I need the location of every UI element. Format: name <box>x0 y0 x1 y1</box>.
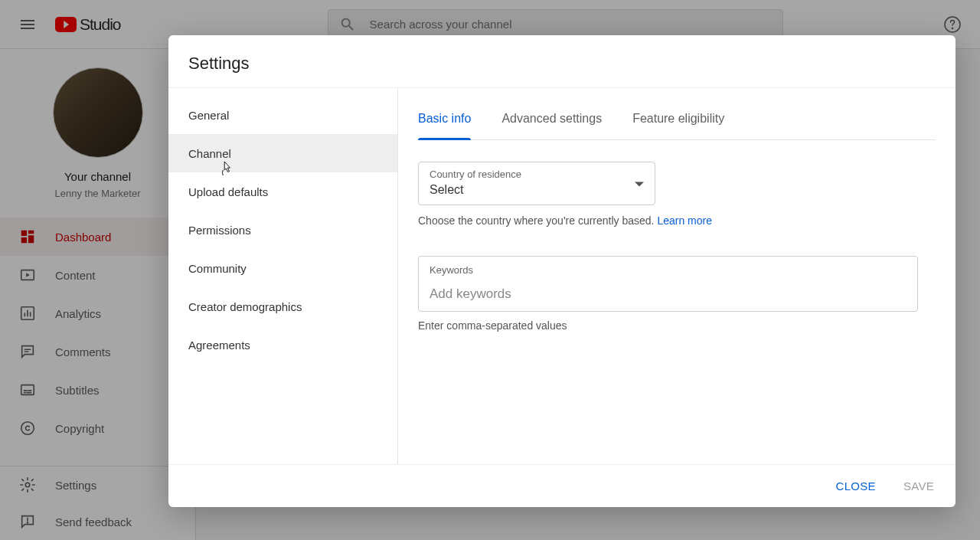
country-helper-text: Choose the country where you're currentl… <box>418 214 657 227</box>
country-helper: Choose the country where you're currentl… <box>418 214 936 227</box>
modal-body: General Channel Upload defaults Permissi… <box>168 88 956 464</box>
settings-channel[interactable]: Channel <box>168 134 397 172</box>
modal-footer: CLOSE SAVE <box>168 464 956 507</box>
country-label: Country of residence <box>430 169 644 180</box>
settings-tabs: Basic info Advanced settings Feature eli… <box>418 88 936 140</box>
country-field: Country of residence Select Choose the c… <box>418 162 936 227</box>
chevron-down-icon <box>635 182 644 186</box>
keywords-helper: Enter comma-separated values <box>418 319 936 332</box>
keywords-input[interactable] <box>430 286 906 302</box>
settings-upload-defaults[interactable]: Upload defaults <box>168 172 397 211</box>
settings-general[interactable]: General <box>168 96 397 134</box>
tab-advanced-settings[interactable]: Advanced settings <box>501 112 602 139</box>
settings-permissions[interactable]: Permissions <box>168 211 397 249</box>
settings-modal: Settings General Channel Upload defaults… <box>168 35 956 507</box>
tab-feature-eligibility[interactable]: Feature eligibility <box>632 112 724 139</box>
country-select[interactable]: Country of residence Select <box>418 162 655 205</box>
country-value: Select <box>430 183 644 197</box>
settings-agreements[interactable]: Agreements <box>168 326 397 364</box>
modal-title: Settings <box>168 35 956 88</box>
modal-content: Basic info Advanced settings Feature eli… <box>398 88 956 464</box>
save-button[interactable]: SAVE <box>900 473 937 499</box>
modal-sidebar: General Channel Upload defaults Permissi… <box>168 88 398 464</box>
close-button[interactable]: CLOSE <box>833 473 879 499</box>
tab-basic-info[interactable]: Basic info <box>418 112 471 139</box>
learn-more-link[interactable]: Learn more <box>657 214 712 227</box>
settings-community[interactable]: Community <box>168 249 397 287</box>
keywords-field[interactable]: Keywords <box>418 256 918 312</box>
settings-creator-demographics[interactable]: Creator demographics <box>168 287 397 326</box>
keywords-label: Keywords <box>430 264 906 276</box>
